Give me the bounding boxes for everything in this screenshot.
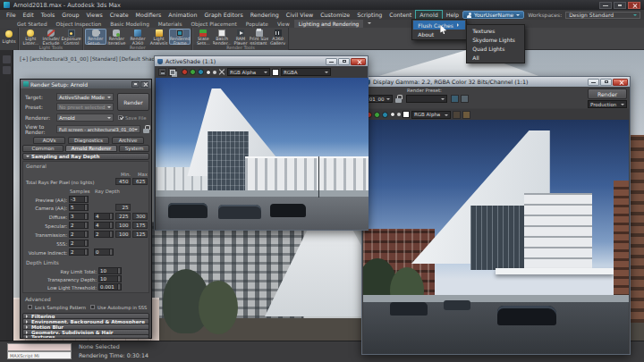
menu-tools[interactable]: Tools	[38, 10, 59, 20]
spinner-arrows-icon[interactable]	[84, 214, 87, 219]
rfw-compare-icon[interactable]	[461, 95, 469, 103]
samples-spinner[interactable]: 5	[69, 204, 89, 211]
ribbon-tab-basic-modeling[interactable]: Basic Modeling	[106, 20, 154, 28]
spinner-arrows-icon[interactable]	[109, 223, 112, 228]
tab-archive[interactable]: Archive	[112, 137, 144, 144]
activeshade-minimize-button[interactable]	[326, 58, 337, 65]
spinner-arrows-icon[interactable]	[109, 214, 112, 219]
spinner-arrows-icon[interactable]	[84, 249, 87, 255]
tab-system[interactable]: System	[119, 145, 149, 152]
activeshade-channel-select[interactable]: RGB Alpha	[227, 68, 270, 76]
rfw-channel-select[interactable]: RGB Alpha	[411, 111, 451, 119]
lock-sampling-checkbox[interactable]	[28, 305, 32, 309]
tab-arnold-renderer[interactable]: Arnold Renderer	[65, 145, 117, 152]
menu-modifiers[interactable]: Modifiers	[132, 10, 165, 20]
strip-icon[interactable]	[3, 66, 11, 74]
menu-scripting[interactable]: Scripting	[353, 10, 386, 20]
mono-channel-icon[interactable]	[206, 70, 211, 75]
submenu-item-skydome-lights[interactable]: Skydome Lights	[468, 35, 523, 44]
ray-depth-spinner[interactable]: 4	[94, 213, 114, 220]
ribbon-tab-object-inspection[interactable]: Object Inspection	[52, 20, 106, 28]
app-close-button[interactable]	[628, 2, 640, 9]
render-iterative-button[interactable]: Render Iterative	[106, 29, 128, 45]
activeshade-close-button[interactable]	[351, 58, 366, 65]
rfw-snapshot-icon[interactable]	[451, 95, 459, 103]
menu-customize[interactable]: Customize	[317, 10, 353, 20]
light-lister-button[interactable]: Light Lister...	[21, 29, 41, 45]
menu-views[interactable]: Views	[82, 10, 106, 20]
ray-depth-spinner[interactable]: 2	[94, 231, 114, 238]
clear-icon[interactable]	[218, 69, 225, 76]
user-account-button[interactable]: YourUserName	[462, 11, 524, 19]
ray-limit-spinner[interactable]: 10	[98, 267, 122, 274]
save-file-checkbox[interactable]	[118, 115, 123, 120]
spinner-arrows-icon[interactable]	[84, 223, 87, 228]
clone-image-icon[interactable]	[168, 68, 176, 76]
maxscript-mini-listener[interactable]: MAXScript Mi	[7, 351, 72, 359]
menu-item-flush-caches[interactable]: Flush Caches	[413, 21, 465, 29]
render-a360-button[interactable]: Render A360	[127, 29, 148, 45]
samples-spinner[interactable]: 2	[69, 231, 89, 238]
spinner-arrows-icon[interactable]	[117, 268, 120, 274]
copy-image-icon[interactable]	[462, 111, 470, 119]
background-color-swatch[interactable]	[402, 111, 410, 118]
submenu-item-textures[interactable]: Textures	[468, 26, 523, 35]
spinner-arrows-icon[interactable]	[109, 232, 112, 237]
submenu-item-quad-lights[interactable]: Quad Lights	[468, 44, 523, 53]
submenu-item-all[interactable]: All	[468, 53, 523, 62]
samples-spinner[interactable]: -3	[69, 196, 89, 203]
green-channel-icon[interactable]	[374, 112, 380, 118]
app-minimize-button[interactable]	[599, 2, 612, 9]
menu-arnold[interactable]: Arnold Flush Caches About Textures Skydo…	[415, 10, 442, 20]
ribbon-tab-materials[interactable]: Materials	[154, 20, 187, 28]
alpha-channel-icon[interactable]	[213, 71, 216, 74]
spinner-arrows-icon[interactable]	[84, 197, 87, 202]
ribbon-tab-view[interactable]: View	[273, 20, 294, 28]
menu-file[interactable]: File	[3, 10, 20, 20]
lights-flyout-button[interactable]: Lights	[0, 28, 19, 50]
spinner-arrows-icon[interactable]	[84, 240, 87, 246]
ribbon-tab-object-placement[interactable]: Object Placement	[186, 20, 241, 28]
rfw-preset-select[interactable]	[406, 95, 447, 103]
menu-civil-view[interactable]: Civil View	[283, 10, 317, 20]
dialog-close-button[interactable]	[140, 81, 148, 88]
viewport-label[interactable]: [+] [architectural3_01_00] [Standard] [D…	[20, 56, 165, 62]
menu-item-about[interactable]: About	[413, 29, 465, 38]
dialog-maximize-button[interactable]	[131, 81, 140, 88]
ray-depth-spinner[interactable]: 0	[94, 248, 114, 256]
autobump-checkbox[interactable]	[90, 305, 95, 309]
spinner-arrows-icon[interactable]	[117, 276, 120, 282]
mono-channel-icon[interactable]	[390, 112, 395, 117]
workspace-select[interactable]: Design Standard	[565, 12, 640, 19]
tab-diagnostics[interactable]: Diagnostics	[68, 137, 109, 144]
background-color-swatch[interactable]	[272, 69, 279, 76]
spinner-arrows-icon[interactable]	[117, 284, 120, 290]
a360-gallery-button[interactable]: A360 Gallery	[268, 29, 287, 45]
ribbon-tab-get-started[interactable]: Get Started	[13, 20, 52, 28]
ribbon-tab-lighting-rendering[interactable]: Lighting and Rendering	[294, 20, 364, 28]
rfw-maximize-button[interactable]	[600, 79, 612, 86]
samples-spinner[interactable]: 2	[69, 248, 89, 256]
activeshade-maximize-button[interactable]	[338, 58, 350, 65]
spinner-arrows-icon[interactable]	[84, 205, 87, 210]
rfw-minimize-button[interactable]	[588, 79, 599, 86]
include-exclude-button[interactable]: Include/ Exclude	[41, 29, 62, 45]
render-setup-title-bar[interactable]: Render Setup: Arnold	[21, 80, 151, 88]
spinner-arrows-icon[interactable]	[84, 232, 87, 237]
blue-channel-icon[interactable]	[382, 112, 388, 118]
save-image-icon[interactable]	[453, 111, 461, 119]
rollout-textures[interactable]: Textures	[22, 334, 149, 339]
transparency-depth-spinner[interactable]: 10	[98, 275, 122, 282]
app-maximize-button[interactable]	[614, 2, 626, 9]
exposure-control-button[interactable]: Exposure Control	[61, 29, 81, 45]
rendered-frame-window-button[interactable]: Rendered Frame Window	[169, 29, 191, 45]
state-sets-button[interactable]: State Sets...	[194, 29, 213, 45]
menu-group[interactable]: Group	[58, 10, 82, 20]
rfw-render-button[interactable]: Render	[588, 88, 627, 99]
menu-edit[interactable]: Edit	[20, 10, 38, 20]
print-size-assistant-button[interactable]: Print Size Assistant...	[250, 29, 268, 45]
blue-channel-icon[interactable]	[198, 69, 204, 75]
ribbon-expand-icon[interactable]	[363, 20, 376, 28]
rollout-sampling[interactable]: Sampling and Ray Depth	[22, 153, 149, 160]
ribbon-tab-populate[interactable]: Populate	[242, 20, 273, 28]
